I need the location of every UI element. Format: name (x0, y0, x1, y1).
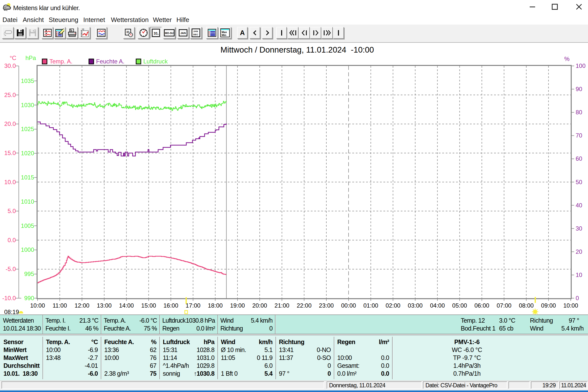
svg-text:5.0: 5.0 (8, 208, 16, 214)
svg-text:Mittwoch / Donnerstag, 11.01.2: Mittwoch / Donnerstag, 11.01.2024 -10:00 (220, 45, 374, 54)
svg-text:hPa: hPa (26, 54, 36, 61)
svg-text:10.0: 10.0 (4, 179, 16, 186)
svg-text:1020: 1020 (21, 150, 34, 156)
svg-text:12:00: 12:00 (75, 302, 89, 309)
svg-text:22:00: 22:00 (297, 302, 312, 309)
svg-text:°C: °C (10, 54, 16, 61)
svg-text:%: % (564, 56, 569, 62)
svg-text:50: 50 (576, 179, 582, 186)
svg-text:01:00: 01:00 (363, 302, 378, 309)
svg-text:JAN: JAN (193, 30, 198, 32)
svg-text:16:00: 16:00 (163, 302, 178, 309)
svg-text:18:00: 18:00 (208, 302, 223, 309)
svg-text:DEC: DEC (193, 33, 198, 36)
svg-text:990: 990 (24, 295, 34, 302)
svg-text:05:00: 05:00 (452, 302, 467, 309)
svg-text:1025: 1025 (21, 126, 34, 132)
svg-text:19:00: 19:00 (230, 302, 245, 309)
svg-text:30: 30 (576, 225, 582, 232)
svg-text:Feuchte A.: Feuchte A. (96, 58, 125, 65)
svg-text:MO-SU: MO-SU (165, 32, 174, 34)
svg-text:31.: 31. (154, 31, 159, 35)
svg-text:10: 10 (576, 272, 582, 278)
svg-text:10:00: 10:00 (563, 302, 578, 309)
svg-text:08:19: 08:19 (4, 308, 19, 315)
svg-text:60: 60 (576, 155, 582, 162)
svg-text:70: 70 (576, 132, 582, 139)
svg-text:100: 100 (576, 62, 585, 69)
svg-text:1030: 1030 (21, 102, 34, 108)
svg-text:20:00: 20:00 (252, 302, 267, 309)
svg-text:23:00: 23:00 (319, 302, 334, 309)
svg-text:11:00: 11:00 (53, 302, 67, 309)
svg-text:13:00: 13:00 (97, 302, 112, 309)
svg-text:08:00: 08:00 (519, 302, 534, 309)
svg-text:15:00: 15:00 (141, 302, 156, 309)
svg-text:1005: 1005 (21, 222, 34, 229)
svg-text:Max: Max (222, 30, 227, 34)
svg-text:Min: Min (222, 34, 226, 36)
svg-text:1015: 1015 (21, 174, 34, 181)
svg-text:1035: 1035 (21, 78, 34, 84)
svg-text:30.0: 30.0 (4, 62, 16, 69)
svg-text:-10.0: -10.0 (2, 295, 16, 302)
svg-text:JAN: JAN (180, 32, 186, 34)
svg-text:1010: 1010 (21, 198, 34, 205)
svg-text:03:00: 03:00 (408, 302, 423, 309)
svg-text:04:00: 04:00 (430, 302, 445, 309)
svg-text:°C: °C (82, 28, 85, 30)
svg-text:0.0: 0.0 (8, 237, 16, 244)
svg-text:80: 80 (576, 109, 582, 116)
svg-text:995: 995 (24, 270, 34, 277)
svg-text:17:00: 17:00 (186, 302, 200, 309)
svg-text:21:00: 21:00 (274, 302, 289, 309)
svg-text:07:00: 07:00 (497, 302, 511, 309)
svg-text:10:00: 10:00 (30, 302, 45, 309)
svg-text:0: 0 (576, 295, 579, 302)
svg-text:-5.0: -5.0 (6, 266, 16, 272)
svg-text:14:00: 14:00 (119, 302, 134, 309)
svg-text:20: 20 (576, 248, 582, 255)
svg-text:00:00: 00:00 (341, 302, 356, 309)
svg-text:90: 90 (576, 86, 582, 92)
svg-text:20.0: 20.0 (4, 120, 16, 127)
svg-text:Temp. A.: Temp. A. (49, 58, 72, 65)
svg-text:06:00: 06:00 (474, 302, 489, 309)
svg-text:02:00: 02:00 (386, 302, 401, 309)
svg-text:1000: 1000 (21, 246, 34, 253)
svg-text:15.0: 15.0 (4, 150, 16, 156)
svg-text:40: 40 (576, 202, 582, 208)
svg-text:09:00: 09:00 (541, 302, 556, 309)
svg-text:Luftdruck: Luftdruck (143, 58, 168, 65)
svg-text:25.0: 25.0 (4, 92, 16, 98)
